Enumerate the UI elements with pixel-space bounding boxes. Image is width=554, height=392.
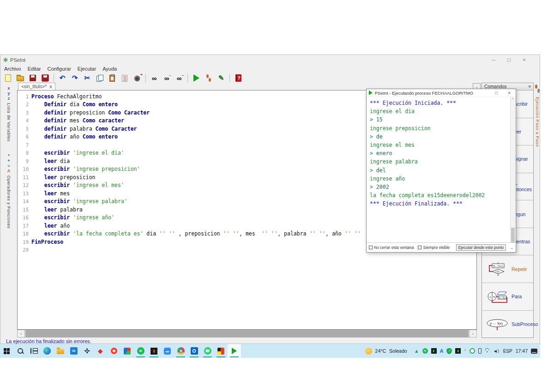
scroll-left-icon[interactable]: ‹: [18, 330, 25, 337]
editor-tab[interactable]: <sin_titulo>* X: [18, 83, 55, 90]
hidden-icons-chevron[interactable]: ^: [464, 349, 466, 353]
task-view-button[interactable]: [27, 344, 40, 358]
left-tab-lista-de-variables[interactable]: xyzLista de Variables: [6, 86, 12, 142]
step-run-icon[interactable]: [203, 73, 214, 83]
weather-temp[interactable]: 24°C: [375, 348, 386, 354]
comando-repetir[interactable]: N←N+1≠10Repetir: [482, 255, 533, 283]
phone-link-icon[interactable]: [478, 348, 482, 354]
gdrive-icon[interactable]: ▲: [414, 348, 419, 354]
spotify-tray-icon[interactable]: ≋: [422, 348, 428, 354]
sun-weather-icon[interactable]: [365, 348, 372, 355]
app-tray-dark-icon[interactable]: ▮: [431, 348, 437, 354]
run-icon[interactable]: [191, 73, 202, 83]
always-visible-option[interactable]: Siempre visible: [418, 245, 450, 250]
new-file-icon[interactable]: [2, 73, 13, 83]
opera-icon[interactable]: [107, 344, 120, 358]
notification-center-icon[interactable]: [531, 349, 537, 354]
open-file-icon[interactable]: [15, 73, 26, 83]
scroll-right-icon[interactable]: ›: [469, 330, 476, 337]
comando-subproceso[interactable]: y ← f(x)SubProceso: [482, 311, 533, 338]
app-blue-icon[interactable]: ▬: [161, 344, 174, 358]
console-line: *** Ejecución Finalizada. ***: [370, 199, 507, 208]
bluestacks-icon[interactable]: [120, 344, 134, 358]
spotify-icon[interactable]: ≋: [134, 344, 147, 358]
start-button[interactable]: [0, 344, 13, 358]
svg-text:N←N+1: N←N+1: [493, 265, 503, 267]
comando-label: Para: [512, 294, 522, 299]
save-as-icon[interactable]: [40, 73, 51, 83]
app-dark-icon[interactable]: ▮: [147, 344, 161, 358]
tab-glyph-icon: +: [7, 159, 10, 163]
checkbox-no-close[interactable]: [369, 246, 373, 249]
maximize-button[interactable]: □: [507, 57, 511, 63]
scrollbar-thumb[interactable]: [25, 330, 469, 337]
right-tab-strip[interactable]: Ejecución Paso a Paso: [534, 83, 541, 338]
chrome-icon[interactable]: [174, 344, 187, 358]
left-tab-operadores-y-funciones[interactable]: *+≡ΛOperadores y Funciones: [6, 154, 12, 229]
comando-para[interactable]: 1NN←N+1Para: [482, 283, 533, 311]
find-icon[interactable]: ∞: [149, 73, 160, 83]
sync-clock-icon[interactable]: [470, 348, 475, 354]
close-button[interactable]: ×: [523, 57, 526, 63]
console-scrollbar-thumb[interactable]: [511, 228, 515, 242]
exec-close-button[interactable]: ×: [508, 90, 511, 96]
edge-icon[interactable]: [40, 344, 54, 358]
taskbar-clock[interactable]: 17:47: [516, 348, 528, 354]
menu-configurar[interactable]: Configurar: [47, 66, 71, 72]
weather-condition[interactable]: Soleado: [389, 348, 407, 354]
menu-ejecutar[interactable]: Ejecutar: [78, 66, 96, 72]
pseint-logo-icon: ✻: [3, 57, 8, 63]
file-explorer-icon[interactable]: [54, 344, 67, 358]
scroll-up-icon[interactable]: ^: [512, 97, 513, 101]
line-number: 13: [18, 191, 31, 196]
line-number: 1: [18, 94, 31, 99]
help-icon[interactable]: ?: [233, 73, 244, 83]
left-tab-label: Operadores y Funciones: [6, 175, 12, 229]
app-multi-icon[interactable]: [214, 344, 228, 358]
console-line: la fecha completa es15deenerodel2002: [370, 191, 507, 199]
menu-ayuda[interactable]: Ayuda: [102, 66, 117, 72]
find-next-icon[interactable]: ∞→: [174, 73, 185, 83]
run-from-point-chevron-icon[interactable]: ⌄: [510, 246, 513, 250]
redo-icon[interactable]: ↷: [69, 73, 80, 83]
pseint-taskbar-icon[interactable]: [228, 344, 241, 358]
menu-editar[interactable]: Editar: [28, 66, 41, 72]
whatsapp-icon[interactable]: ☎: [201, 344, 214, 358]
format-doc-icon[interactable]: [119, 73, 130, 83]
paste-icon[interactable]: [107, 73, 118, 83]
run-from-point-button[interactable]: Ejecutar desde este punto: [456, 244, 506, 251]
comandos-close-icon[interactable]: ×: [528, 84, 531, 89]
running-indicator: [203, 356, 212, 357]
app-tray-dark2-icon[interactable]: ▮: [455, 348, 461, 354]
tab-glyph-icon: Λ: [7, 169, 10, 173]
volume-icon[interactable]: [494, 349, 500, 354]
find-prev-icon[interactable]: ∞←: [161, 73, 172, 83]
wifi-icon[interactable]: [485, 349, 491, 354]
checkbox-always-visible[interactable]: [418, 246, 422, 249]
preview-eye-icon[interactable]: ◉+: [132, 73, 143, 83]
tray-a-icon[interactable]: A: [440, 348, 444, 354]
copy-icon[interactable]: [94, 73, 105, 83]
console-scrollbar[interactable]: ^: [510, 97, 515, 242]
search-button[interactable]: [13, 344, 27, 358]
toolbar-separator: [229, 74, 230, 82]
app-diamond-icon[interactable]: ◆: [94, 344, 107, 358]
editor-horizontal-scrollbar[interactable]: ‹ ›: [17, 330, 477, 338]
menu-bar: ArchivoEditarConfigurarEjecutarAyuda: [0, 65, 540, 72]
tab-close-icon[interactable]: X: [49, 84, 52, 89]
minimize-button[interactable]: –: [492, 57, 495, 63]
outlook-icon[interactable]: O: [187, 344, 201, 358]
undo-icon[interactable]: ↶: [57, 73, 68, 83]
menu-archivo[interactable]: Archivo: [4, 66, 21, 72]
antivirus-shield-icon[interactable]: ✓: [446, 348, 452, 354]
mail-icon[interactable]: ✉: [67, 344, 80, 358]
save-file-icon[interactable]: [27, 73, 38, 83]
app-black-icon[interactable]: ✣: [80, 344, 94, 358]
language-indicator[interactable]: ESP: [503, 349, 512, 354]
line-number: 15: [18, 207, 31, 212]
run-mini-icon: [369, 90, 373, 95]
cut-icon[interactable]: ✂: [82, 73, 93, 83]
no-close-option[interactable]: No cerrar esta ventana: [369, 245, 414, 250]
exec-minimize-button[interactable]: □: [495, 90, 498, 96]
draw-flowchart-icon[interactable]: ✎: [216, 73, 227, 83]
